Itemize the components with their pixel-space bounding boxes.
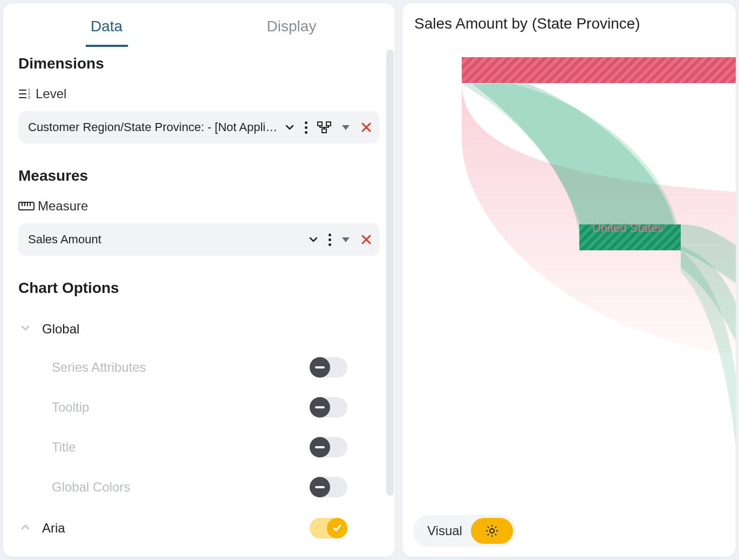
measure-value: Sales Amount	[28, 233, 308, 247]
toggle-title[interactable]	[310, 437, 347, 457]
option-title: Title	[18, 427, 369, 467]
chevron-up-icon	[18, 522, 32, 535]
option-label: Title	[52, 440, 76, 455]
sankey-node-top	[462, 57, 736, 83]
config-panel: Data Display Dimensions 1 2 3 Level	[3, 3, 395, 557]
option-group-label: Aria	[42, 521, 65, 536]
scrollbar[interactable]	[386, 50, 394, 496]
measure-pill[interactable]: Sales Amount	[18, 223, 380, 256]
level-icon: 1 2 3	[18, 87, 32, 100]
visual-mode-label: Visual	[427, 523, 462, 538]
svg-text:1: 1	[28, 88, 30, 92]
svg-rect-7	[326, 122, 331, 126]
option-label: Global Colors	[52, 480, 130, 495]
option-group-aria[interactable]: Aria	[18, 507, 369, 549]
chart-title: Sales Amount by (State Province)	[402, 3, 736, 32]
config-scroll: Dimensions 1 2 3 Level Customer Region/S…	[3, 50, 395, 557]
hierarchy-icon[interactable]	[317, 121, 331, 133]
toggle-tooltip[interactable]	[310, 397, 347, 418]
measure-label: Measure	[38, 199, 88, 214]
option-label: Series Attributes	[52, 360, 146, 375]
measure-icon	[18, 201, 35, 211]
tab-bar: Data Display	[3, 3, 395, 50]
level-label: Level	[36, 86, 66, 101]
remove-icon[interactable]	[360, 121, 372, 133]
remove-icon[interactable]	[360, 234, 372, 245]
dimensions-heading: Dimensions	[18, 55, 389, 72]
svg-text:2: 2	[28, 92, 30, 95]
toggle-global-colors[interactable]	[310, 477, 347, 497]
toggle-series-attributes[interactable]	[310, 357, 347, 378]
chevron-down-icon[interactable]	[284, 122, 295, 133]
chart-options-heading: Chart Options	[18, 279, 389, 297]
option-label: Tooltip	[52, 400, 89, 415]
dropdown-triangle-icon[interactable]	[341, 124, 351, 131]
option-tooltip: Tooltip	[18, 387, 369, 427]
svg-text:3: 3	[28, 95, 30, 99]
sankey-chart	[402, 52, 736, 516]
level-value: Customer Region/State Province: - [Not A…	[28, 120, 284, 134]
svg-rect-9	[19, 202, 34, 210]
svg-rect-6	[318, 122, 322, 126]
option-group-label: Global	[42, 322, 79, 337]
sankey-node-label-united-states: United States	[592, 221, 663, 235]
tab-data[interactable]: Data	[14, 18, 199, 35]
level-pill[interactable]: Customer Region/State Province: - [Not A…	[18, 111, 380, 144]
toggle-aria[interactable]	[310, 518, 347, 538]
measure-label-row: Measure	[18, 199, 389, 214]
measures-heading: Measures	[18, 167, 389, 185]
visual-mode-pill: Visual	[413, 515, 516, 547]
kebab-icon[interactable]	[329, 234, 331, 246]
dropdown-triangle-icon[interactable]	[341, 236, 351, 243]
gear-icon	[485, 524, 499, 538]
option-series-attributes: Series Attributes	[18, 347, 369, 387]
chart-panel: Sales Amount by (State Province)	[402, 3, 736, 557]
chevron-down-icon	[18, 323, 32, 336]
kebab-icon[interactable]	[305, 121, 307, 134]
chevron-down-icon[interactable]	[308, 234, 319, 245]
level-label-row: 1 2 3 Level	[18, 86, 389, 101]
visual-settings-button[interactable]	[471, 518, 513, 544]
option-group-global[interactable]: Global	[18, 311, 389, 347]
svg-point-18	[490, 529, 494, 533]
option-global-colors: Global Colors	[18, 467, 369, 507]
svg-rect-8	[322, 129, 326, 133]
tab-display[interactable]: Display	[199, 18, 384, 35]
